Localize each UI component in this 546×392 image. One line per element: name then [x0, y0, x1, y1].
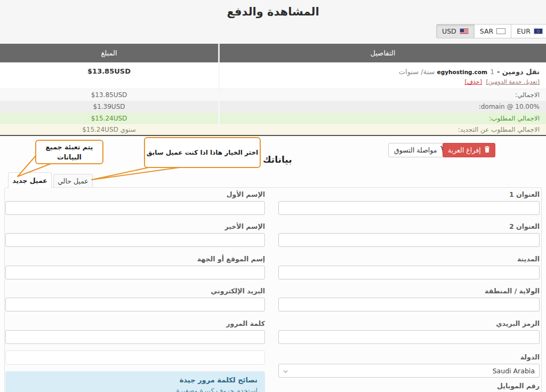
company-input[interactable]: [5, 266, 265, 279]
password-tips-title: نصائح لكلمة مرور جيدة: [13, 376, 258, 384]
cart-table-header: التفاصيل المبلغ: [0, 44, 546, 62]
cart-item-row: نقل دومين - egyhosting.com 1 سنة/ سنوات …: [0, 62, 546, 89]
tax-amount: $1.39USD: [0, 101, 218, 113]
total-due-label: الاجمالي المطلوب:: [218, 113, 546, 124]
currency-eur-button[interactable]: EUR: [511, 24, 546, 38]
total-due-row: الاجمالي المطلوب: $15.24USD: [0, 113, 546, 124]
amount-column-header: المبلغ: [0, 44, 218, 62]
cart-table: التفاصيل المبلغ نقل دومين - egyhosting.c…: [0, 44, 546, 136]
renewal-suffix: سنوي: [121, 126, 136, 133]
your-details-heading: بياناتك: [263, 154, 292, 165]
last-name-input[interactable]: [5, 233, 265, 247]
subtotal-label: الاجمالي:: [218, 89, 546, 101]
password-strength-panel: [5, 350, 265, 365]
currency-eur-label: EUR: [517, 27, 531, 35]
edit-domain-service-link[interactable]: [تعديل خدمة الدومين]: [486, 78, 540, 85]
total-due-amount: $15.24USD: [0, 113, 218, 124]
chevron-down-icon: [283, 367, 288, 375]
tab-new-client[interactable]: عميل جديد: [8, 172, 52, 188]
state-field-group: الولاية / المنطقة: [278, 287, 540, 311]
subtotal-amount: $13.85USD: [0, 89, 218, 101]
cart-item-details: نقل دومين - egyhosting.com 1 سنة/ سنوات …: [218, 62, 546, 89]
page-title: المشاهدة والدفع: [0, 5, 546, 18]
empty-cart-label: إفراغ العربة: [448, 146, 481, 154]
renewal-total-row: الاجمالي المطلوب عن التجديد: سنوي $15.24…: [0, 124, 546, 136]
country-label: الدولة: [278, 353, 540, 361]
subtotal-row: الاجمالي: $13.85USD: [0, 89, 546, 101]
eur-flag-icon: [534, 28, 543, 34]
currency-sar-button[interactable]: SAR: [475, 24, 511, 38]
postcode-field-group: الرمز البريدي: [278, 319, 540, 344]
state-input[interactable]: [278, 298, 540, 311]
trash-icon: [484, 146, 490, 154]
mobile-field-group: رقم الموبايل: [278, 382, 540, 392]
state-label: الولاية / المنطقة: [278, 287, 540, 295]
address1-field-group: العنوان 1: [278, 190, 540, 215]
password-tips-line: استخدم حروف كبيرة وصغيرة: [13, 387, 258, 392]
password-label: كلمة المرور: [5, 319, 265, 327]
email-input[interactable]: [5, 298, 265, 311]
us-flag-icon: [460, 28, 469, 34]
city-input[interactable]: [278, 266, 540, 279]
delete-item-link[interactable]: [حذف]: [464, 78, 482, 85]
cart-item-amount: $13.85USD: [0, 62, 218, 89]
company-field-group: إسم الموقع أو الجهة: [5, 255, 265, 279]
cart-item-domain: egyhosting.com: [437, 69, 487, 75]
address1-label: العنوان 1: [278, 190, 540, 198]
mobile-label: رقم الموبايل: [278, 382, 540, 390]
renewal-total-label: الاجمالي المطلوب عن التجديد:: [218, 124, 546, 135]
country-selected-value: Saudi Arabia: [493, 367, 535, 375]
first-name-field-group: الإسم الأول: [5, 190, 265, 215]
first-name-input[interactable]: [5, 201, 265, 215]
tab-existing-client[interactable]: عميل حالي: [53, 174, 93, 188]
address2-field-group: العنوان 2: [278, 222, 540, 247]
tax-row: domain @ 10.00%: $1.39USD: [0, 101, 546, 113]
details-column-header: التفاصيل: [218, 44, 546, 62]
cart-item-title: نقل دومين - egyhosting.com 1 سنة/ سنوات: [220, 66, 540, 76]
currency-usd-button[interactable]: USD: [436, 24, 475, 38]
postcode-input[interactable]: [278, 330, 540, 344]
currency-usd-label: USD: [442, 27, 456, 35]
city-label: المدينة: [278, 255, 540, 263]
cart-item-name: نقل دومين -: [494, 68, 540, 76]
tax-label: domain @ 10.00%:: [218, 101, 546, 113]
country-field-group: الدولة Saudi Arabia: [278, 353, 540, 378]
sar-flag-icon: [496, 28, 505, 34]
email-label: البريد الإلكتروني: [5, 287, 265, 295]
currency-switcher: USD SAR EUR: [436, 24, 546, 38]
company-label: إسم الموقع أو الجهة: [5, 255, 265, 263]
password-tips-box: نصائح لكلمة مرور جيدة استخدم حروف كبيرة …: [5, 371, 265, 392]
last-name-field-group: الإسم الأخير: [5, 222, 265, 247]
annotation-fill-all-data: يتم تعبئة جميع البيانات: [35, 140, 103, 164]
annotation-existing-client: اختر الخيار هاذا اذا كنت عميل سابق: [144, 137, 261, 168]
first-name-label: الإسم الأول: [5, 190, 265, 198]
currency-sar-label: SAR: [480, 27, 493, 35]
city-field-group: المدينة: [278, 255, 540, 279]
continue-shopping-label: مواصلة التسوق: [394, 146, 437, 154]
renewal-total-amount: سنوي $15.24USD: [0, 124, 218, 135]
email-field-group: البريد الإلكتروني: [5, 287, 265, 311]
password-field-group: كلمة المرور: [5, 319, 265, 344]
country-select[interactable]: Saudi Arabia: [278, 364, 540, 378]
renewal-amount-value: $15.24USD: [82, 126, 118, 133]
address2-label: العنوان 2: [278, 222, 540, 230]
cart-item-links: [تعديل خدمة الدومين] [حذف]: [220, 78, 540, 85]
password-input[interactable]: [5, 330, 265, 344]
empty-cart-button[interactable]: إفراغ العربة: [443, 143, 495, 157]
address2-input[interactable]: [278, 233, 540, 247]
checkout-page: المشاهدة والدفع USD SAR EUR التفاصيل الم…: [0, 0, 546, 392]
postcode-label: الرمز البريدي: [278, 319, 540, 327]
last-name-label: الإسم الأخير: [5, 222, 265, 230]
address1-input[interactable]: [278, 201, 540, 215]
